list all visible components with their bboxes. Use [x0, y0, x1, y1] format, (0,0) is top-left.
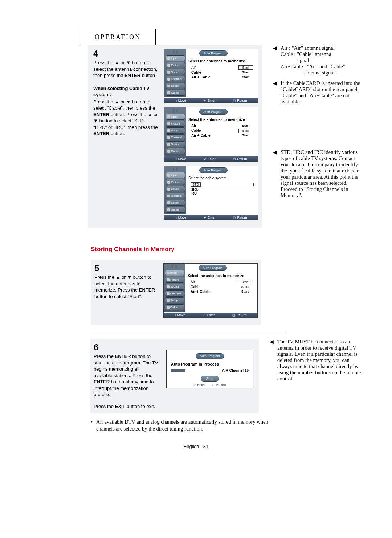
row-air-d: Air [191, 280, 238, 284]
progress-footer: ↵Enter ▢Return [170, 383, 250, 387]
step-6-number: 6 [94, 342, 159, 352]
note-arrow-icon: ◀ [270, 339, 274, 345]
note-std-hrc-irc: STD, HRC and IRC identify various types … [281, 149, 363, 199]
channel-icon [167, 78, 170, 81]
row-aircable: Air + Cable [191, 75, 238, 79]
start-aircable: Start [238, 75, 253, 79]
dtv-storage-note: All available DTV and analog channels ar… [96, 419, 281, 433]
tab-picture-b: Picture [166, 121, 185, 127]
note-arrow-icon: ◀ [273, 149, 277, 155]
tab-sound-d: Sound [165, 284, 184, 290]
return-icon: ▢ [233, 216, 236, 219]
start-cable: Start [238, 70, 253, 74]
menu-banner-b: Auto Program [199, 109, 228, 115]
menu-tabs-d: T V Input Picture Sound Channel Setup Gu… [164, 264, 185, 312]
row-aircable-b: Air + Cable [191, 134, 238, 138]
start-air-d: Start [238, 280, 252, 284]
tab-setup-c: Setup [166, 200, 185, 206]
return-icon: ▢ [232, 314, 235, 317]
tab-input-b: Input [166, 114, 185, 120]
guide-icon [167, 208, 170, 211]
menu-instruction-c: Select the cable system. [188, 176, 256, 180]
enter-icon: ↵ [204, 216, 207, 219]
input-icon [167, 272, 170, 274]
row-cable: Cable [191, 70, 238, 74]
picture-icon [167, 64, 170, 67]
stop-button: Stop [201, 376, 219, 382]
menu-footer-b: ↕Move ↵Enter ▢Return [164, 156, 258, 162]
exit-note: Press the EXIT button to exit. [94, 404, 159, 409]
row-air: Air [191, 65, 238, 70]
menu-footer-c: ↕Move ↵Enter ▢Return [164, 215, 258, 220]
menu-banner: Auto Program [199, 50, 228, 56]
row-air-b: Air [191, 124, 238, 128]
sound-icon [167, 188, 170, 191]
channel-icon [167, 136, 170, 139]
tab-picture-c: Picture [166, 179, 185, 185]
progress-channel: AIR Channel 15 [222, 368, 249, 372]
return-icon: ▢ [233, 99, 236, 102]
channel-icon [167, 292, 170, 295]
tab-guide: Guide [166, 90, 185, 96]
progress-title: Auto Program in Process [171, 362, 249, 366]
row-aircable-d: Air + Cable [191, 290, 238, 294]
menu-banner-c: Auto Program [199, 167, 228, 173]
note-arrow-icon: ◀ [273, 45, 277, 51]
sound-icon [167, 129, 170, 132]
step-5-text: Press the ▲ or ▼ button to select the an… [94, 274, 160, 299]
tab-setup-d: Setup [165, 297, 184, 303]
tab-setup: Setup [166, 83, 185, 89]
enter-icon: ↵ [204, 99, 207, 102]
tab-guide-b: Guide [166, 148, 185, 154]
tab-channel-b: Channel [166, 134, 185, 140]
tv-label: T V [164, 50, 186, 54]
guide-icon [167, 91, 170, 94]
input-icon [167, 174, 170, 177]
step-4-text: Press the ▲ or ▼ button to select the an… [93, 60, 160, 79]
start-air: Start [238, 65, 253, 70]
picture-icon [167, 122, 170, 125]
input-icon [167, 57, 170, 60]
bullet-icon: • [91, 419, 93, 426]
setup-icon [167, 85, 170, 87]
channel-icon [167, 195, 170, 197]
tab-guide-c: Guide [166, 207, 185, 213]
tab-picture: Picture [166, 62, 185, 68]
section-header: OPERATION [80, 29, 156, 45]
start-cable-b: Start [238, 129, 253, 133]
move-icon: ↕ [176, 216, 177, 219]
picture-icon [167, 181, 170, 184]
menu-screenshot-d: T V Input Picture Sound Channel Setup Gu… [163, 263, 258, 318]
start-aircable-b: Start [238, 134, 253, 138]
guide-icon [167, 306, 170, 309]
tab-sound-b: Sound [166, 127, 185, 134]
setup-icon [167, 299, 170, 302]
menu-footer: ↕Move ↵Enter ▢Return [164, 98, 258, 103]
sound-icon [167, 71, 170, 74]
return-icon: ▢ [233, 158, 236, 161]
tab-channel-d: Channel [165, 290, 184, 297]
setup-icon [167, 143, 170, 146]
tab-sound-c: Sound [166, 186, 185, 192]
tab-channel-c: Channel [166, 193, 185, 199]
step-6-text: Press the ENTER button to start the auto… [94, 353, 159, 398]
step-5-number: 5 [94, 263, 160, 273]
storing-channels-title: Storing Channels in Memory [91, 246, 363, 253]
move-icon: ↕ [175, 314, 176, 317]
menu-instruction: Select the antennas to memorize [188, 59, 256, 63]
header-text: OPERATION [95, 33, 141, 41]
start-cable-d: Start [238, 285, 252, 289]
tv-label-c: T V [164, 167, 186, 171]
enter-icon: ↵ [203, 314, 206, 317]
enter-icon: ↵ [204, 158, 207, 161]
cable-bar [203, 183, 254, 186]
note-antenna-required: The TV MUST be connected to an antenna i… [277, 339, 363, 382]
cable-system-text: Press the ▲ or ▼ button to select "Cable… [93, 99, 160, 137]
menu-banner-d: Auto Program [199, 265, 227, 271]
tab-setup-b: Setup [166, 141, 185, 147]
menu-screenshot-c: T V Input Picture Sound Channel Setup Gu… [164, 166, 258, 220]
menu-footer-d: ↕Move ↵Enter ▢Return [164, 313, 257, 318]
hrc-option: HRC [188, 187, 256, 191]
page-number: English - 31 [29, 444, 363, 449]
move-icon: ↕ [176, 158, 177, 161]
